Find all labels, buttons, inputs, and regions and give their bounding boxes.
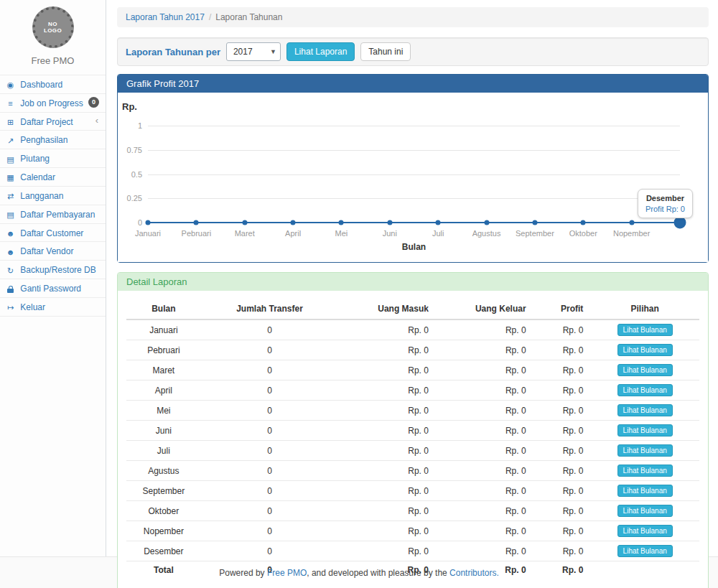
x-tick-label: Nopember [613,229,650,238]
sidebar-item[interactable]: ▤ Daftar Pembayaran [0,205,106,224]
main-content: Laporan Tahun 2017/Laporan Tahunan Lapor… [106,0,718,556]
sidebar-item-label: Langganan [20,191,63,201]
year-select-value: 2017 [233,47,253,57]
x-tick-label: Pebruari [182,229,212,238]
footer-brand-link[interactable]: Free PMO [267,568,307,578]
sign-out-icon: ↦ [5,302,16,312]
chart-point[interactable] [387,220,392,225]
tooltip-value: Profit Rp: 0 [645,205,685,213]
y-tick-label: 0.25 [127,194,142,202]
lihat-bulanan-button[interactable]: Lihat Bulanan [617,384,673,396]
x-axis-title: Bulan [148,242,680,252]
sidebar-item[interactable]: ▤ Piutang [0,149,106,168]
cell-bulan: Agustus [126,461,201,481]
chevron-left-icon: ‹ [95,116,98,126]
sidebar-item[interactable]: Ganti Password [0,279,106,298]
cell-jumlah-transfer: 0 [201,481,339,501]
chart-x-labels: Januari Pebruari Maret April Mei Juni [148,229,680,239]
cell-uang-masuk: Rp. 0 [338,401,436,421]
detail-table-body: Bulan Jumlah Transfer Uang Masuk Uang Ke… [118,291,708,588]
chart-point[interactable] [146,220,151,225]
chart-point[interactable] [674,217,686,229]
cell-jumlah-transfer: 0 [201,319,339,340]
cell-profit: Rp. 0 [533,501,591,521]
cell-jumlah-transfer: 0 [201,501,339,521]
cell-profit: Rp. 0 [533,319,591,340]
x-tick-label: Mei [335,229,348,238]
cell-pilihan: Lihat Bulanan [590,319,699,340]
chart-point[interactable] [291,220,296,225]
gridline [148,198,680,199]
sidebar-item[interactable]: ↻ Backup/Restore DB [0,261,106,279]
sidebar-item[interactable]: ⊞ Daftar Project ‹ [0,113,106,131]
sidebar-item-label: Piutang [20,154,50,164]
cell-pilihan: Lihat Bulanan [590,541,699,561]
chart-point[interactable] [581,220,586,225]
cell-uang-keluar: Rp. 0 [436,421,533,441]
cell-profit: Rp. 0 [533,541,591,561]
x-tick-label: September [516,229,554,238]
lihat-bulanan-button[interactable]: Lihat Bulanan [617,344,673,356]
x-tick-label: Juni [383,229,397,238]
cell-pilihan: Lihat Bulanan [590,521,699,541]
sidebar-item[interactable]: ▦ Calendar [0,168,106,187]
cell-pilihan: Lihat Bulanan [590,360,699,381]
tasks-icon: ≡ [5,98,16,108]
cell-bulan: Januari [126,319,201,340]
cell-pilihan: Lihat Bulanan [590,501,699,521]
sidebar-item[interactable]: ↦ Keluar [0,298,106,317]
brand-name: Free PMO [0,55,106,66]
lihat-bulanan-button[interactable]: Lihat Bulanan [617,444,673,457]
tahun-ini-button[interactable]: Tahun ini [360,42,411,61]
logo-text: NO LOGO [42,21,64,34]
lihat-bulanan-button[interactable]: Lihat Bulanan [617,525,673,537]
sidebar-item[interactable]: ≡ Job on Progress 0 [0,94,106,113]
cell-pilihan: Lihat Bulanan [590,441,699,461]
lihat-bulanan-button[interactable]: Lihat Bulanan [617,465,673,477]
chart-point[interactable] [629,220,634,225]
table-row: Desember 0 Rp. 0 Rp. 0 Rp. 0 Lihat Bulan… [126,541,699,561]
column-header: Uang Masuk [338,297,436,319]
column-header: Bulan [126,297,201,319]
x-tick-label: Maret [235,229,255,238]
chart-point[interactable] [484,220,489,225]
lihat-bulanan-button[interactable]: Lihat Bulanan [617,404,673,416]
chart-point[interactable] [339,220,344,225]
lihat-bulanan-button[interactable]: Lihat Bulanan [617,545,673,557]
breadcrumb-link[interactable]: Laporan Tahun 2017 [126,12,205,22]
sidebar-item[interactable]: ☻ Daftar Customer [0,224,106,243]
sidebar-item[interactable]: ⇄ Langganan [0,187,106,205]
sidebar-item[interactable]: ☻ Daftar Vendor [0,242,106,261]
year-select[interactable]: 2017 ▼ [226,42,281,61]
lihat-bulanan-button[interactable]: Lihat Bulanan [617,505,673,517]
cell-bulan: Juli [126,441,201,461]
cell-uang-keluar: Rp. 0 [436,481,533,501]
chart-area: 1 0.75 0.5 [148,126,680,223]
total-profit: Rp. 0 [533,561,591,579]
cell-bulan: Juni [126,421,201,441]
cell-pilihan: Lihat Bulanan [590,461,699,481]
sidebar-item[interactable]: ◉ Dashboard [0,75,106,94]
cell-profit: Rp. 0 [533,401,591,421]
tooltip-title: Desember [645,194,685,202]
cell-jumlah-transfer: 0 [201,541,339,561]
table-row: Juni 0 Rp. 0 Rp. 0 Rp. 0 Lihat Bulanan [126,421,699,441]
lihat-bulanan-button[interactable]: Lihat Bulanan [617,485,673,497]
sidebar-item[interactable]: ↗ Penghasilan [0,131,106,149]
cell-uang-masuk: Rp. 0 [338,501,436,521]
table-icon: ⊞ [5,117,16,126]
table-row: Nopember 0 Rp. 0 Rp. 0 Rp. 0 Lihat Bulan… [126,521,699,541]
cell-uang-keluar: Rp. 0 [436,461,533,481]
footer-contributors-link[interactable]: Contributors. [449,568,499,578]
lihat-laporan-button[interactable]: Lihat Laporan [286,42,355,61]
chart-point[interactable] [194,220,199,225]
chart-point[interactable] [436,220,441,225]
lihat-bulanan-button[interactable]: Lihat Bulanan [617,364,673,376]
cell-uang-masuk: Rp. 0 [338,340,436,360]
detail-report-table: Bulan Jumlah Transfer Uang Masuk Uang Ke… [126,297,699,579]
chart-point[interactable] [532,220,537,225]
cell-uang-masuk: Rp. 0 [338,461,436,481]
lihat-bulanan-button[interactable]: Lihat Bulanan [617,424,673,437]
chart-point[interactable] [242,220,247,225]
lihat-bulanan-button[interactable]: Lihat Bulanan [617,324,673,336]
